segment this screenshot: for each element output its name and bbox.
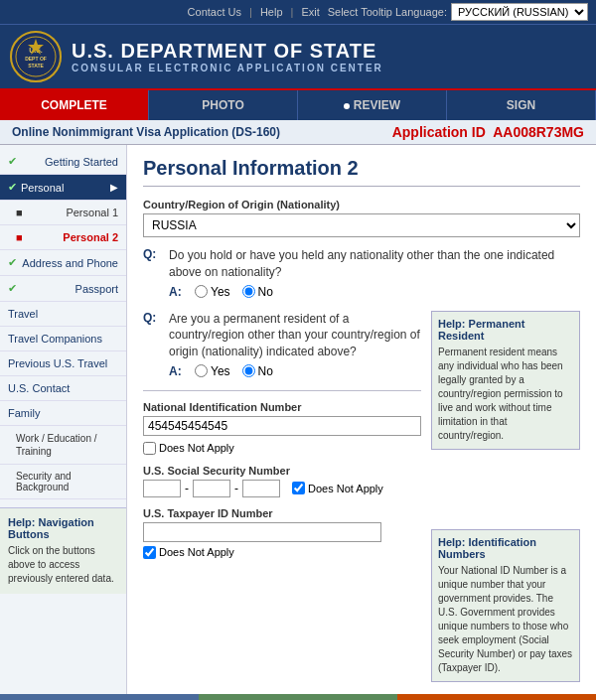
ssn-dash1: - bbox=[185, 482, 189, 495]
q2-no-option[interactable]: No bbox=[242, 364, 273, 378]
sidebar-label-passport: Passport bbox=[75, 283, 118, 295]
q2-yes-radio[interactable] bbox=[195, 364, 208, 377]
ssn-dash2: - bbox=[234, 482, 238, 495]
ssn-input-1[interactable] bbox=[143, 480, 181, 497]
svg-text:STATE: STATE bbox=[28, 63, 44, 69]
ssn-inputs-row: - - Does Not Apply bbox=[143, 480, 421, 497]
sidebar-item-personal[interactable]: ✔ Personal ▶ bbox=[0, 175, 126, 201]
sidebar-label-personal1: Personal 1 bbox=[66, 207, 118, 218]
q1-no-radio[interactable] bbox=[242, 285, 255, 298]
bullet-personal2: ■ bbox=[16, 231, 23, 243]
a1-label: A: bbox=[169, 285, 189, 299]
nationality-select[interactable]: RUSSIA bbox=[143, 213, 580, 237]
help-column: Help: Permanent Resident Permanent resid… bbox=[431, 311, 580, 682]
national-id-input[interactable] bbox=[143, 416, 421, 436]
sidebar-item-address[interactable]: ✔ Address and Phone bbox=[0, 250, 126, 276]
sidebar-item-personal2[interactable]: ■ Personal 2 bbox=[0, 225, 126, 250]
dept-title: U.S. Department of State bbox=[72, 40, 383, 63]
national-id-row: National Identification Number Does Not … bbox=[143, 401, 421, 455]
sidebar-item-work-edu[interactable]: Work / Education / Training bbox=[0, 426, 126, 465]
header: U.S. DEPT OF STATE U.S. Department of St… bbox=[0, 24, 596, 88]
help-pr-text: Permanent resident means any individual … bbox=[438, 346, 573, 443]
lang-label: Select Tooltip Language: bbox=[328, 6, 447, 18]
a1-row: A: Yes No bbox=[143, 285, 580, 299]
ssn-dna-checkbox[interactable] bbox=[292, 482, 305, 494]
help-permanent-resident: Help: Permanent Resident Permanent resid… bbox=[431, 311, 580, 450]
national-id-dna: Does Not Apply bbox=[143, 442, 421, 455]
sidebar-item-personal1[interactable]: ■ Personal 1 bbox=[0, 201, 126, 225]
sidebar-item-security[interactable]: Security and Background bbox=[0, 465, 126, 499]
q2-text: Are you a permanent resident of a countr… bbox=[169, 311, 421, 360]
taxpayer-dna[interactable]: Does Not Apply bbox=[143, 546, 421, 559]
taxpayer-row: U.S. Taxpayer ID Number Does Not Apply bbox=[143, 507, 421, 559]
help-pr-title: Help: Permanent Resident bbox=[438, 318, 573, 342]
tab-review[interactable]: REVIEW bbox=[298, 90, 447, 120]
sidebar-label-family: Family bbox=[8, 407, 40, 419]
next-button[interactable]: Next: Address and Phone ► bbox=[397, 694, 596, 700]
check-icon-personal: ✔ bbox=[8, 181, 17, 194]
q2-label: Q: bbox=[143, 311, 163, 360]
seal-circle: U.S. DEPT OF STATE bbox=[10, 31, 62, 82]
contact-us-link[interactable]: Contact Us bbox=[188, 6, 241, 18]
tab-photo[interactable]: PHOTO bbox=[149, 90, 298, 120]
sidebar-label-personal: Personal bbox=[21, 182, 64, 194]
save-button[interactable]: Save bbox=[199, 694, 397, 700]
back-button[interactable]: ◄ Back: Personal 1 bbox=[0, 694, 199, 700]
taxpayer-label: U.S. Taxpayer ID Number bbox=[143, 507, 421, 519]
divider-id bbox=[143, 390, 421, 391]
a2-label: A: bbox=[169, 364, 189, 378]
sidebar-item-us-contact[interactable]: U.S. Contact bbox=[0, 376, 126, 401]
department-seal: U.S. DEPT OF STATE bbox=[10, 31, 62, 82]
q2-block: Q: Are you a permanent resident of a cou… bbox=[143, 311, 421, 378]
help-id-text: Your National ID Number is a unique numb… bbox=[438, 564, 573, 675]
sidebar-label-address: Address and Phone bbox=[22, 257, 118, 269]
ssn-dna[interactable]: Does Not Apply bbox=[292, 482, 383, 494]
arrow-icon-personal: ▶ bbox=[110, 182, 118, 193]
sidebar-item-travel[interactable]: Travel bbox=[0, 302, 126, 327]
q2-radio-group: Yes No bbox=[195, 364, 273, 378]
q2-no-radio[interactable] bbox=[242, 364, 255, 377]
sidebar-label-us-contact: U.S. Contact bbox=[8, 382, 70, 394]
app-id: Application ID AA008R73MG bbox=[392, 124, 584, 140]
language-dropdown[interactable]: РУССКИЙ (RUSSIAN) bbox=[451, 3, 588, 21]
app-id-label: Application ID bbox=[392, 124, 486, 140]
q1-no-option[interactable]: No bbox=[242, 285, 273, 299]
help-link[interactable]: Help bbox=[260, 6, 283, 18]
q1-radio-group: Yes No bbox=[195, 285, 273, 299]
national-id-dna-label: Does Not Apply bbox=[159, 442, 234, 454]
q2-main-col: Q: Are you a permanent resident of a cou… bbox=[143, 311, 421, 682]
national-id-label: National Identification Number bbox=[143, 401, 421, 413]
sidebar-item-travel-companions[interactable]: Travel Companions bbox=[0, 327, 126, 351]
taxpayer-input[interactable] bbox=[143, 522, 381, 542]
sidebar-item-prev-travel[interactable]: Previous U.S. Travel bbox=[0, 351, 126, 376]
national-id-dna-checkbox[interactable] bbox=[143, 442, 156, 455]
sidebar-label-travel: Travel bbox=[8, 308, 38, 320]
q1-yes-option[interactable]: Yes bbox=[195, 285, 230, 299]
sidebar-item-getting-started[interactable]: ✔ Getting Started bbox=[0, 149, 126, 175]
sidebar-label-getting-started: Getting Started bbox=[45, 156, 118, 168]
app-id-value: AA008R73MG bbox=[493, 124, 584, 140]
nationality-row: Country/Region of Origin (Nationality) R… bbox=[143, 199, 580, 237]
check-icon-passport: ✔ bbox=[8, 282, 17, 295]
q1-no-label: No bbox=[258, 285, 273, 299]
sidebar-label-prev-travel: Previous U.S. Travel bbox=[8, 357, 107, 369]
main-layout: ✔ Getting Started ✔ Personal ▶ ■ Persona… bbox=[0, 145, 596, 694]
page-title: Personal Information 2 bbox=[143, 157, 580, 187]
review-dot bbox=[344, 103, 350, 109]
ssn-input-2[interactable] bbox=[193, 480, 230, 497]
language-selector[interactable]: Select Tooltip Language: РУССКИЙ (RUSSIA… bbox=[328, 3, 588, 21]
ssn-input-3[interactable] bbox=[242, 480, 280, 497]
taxpayer-dna-checkbox[interactable] bbox=[143, 546, 156, 559]
help-id-title: Help: Identification Numbers bbox=[438, 536, 573, 560]
q2-row: Q: Are you a permanent resident of a cou… bbox=[143, 311, 421, 360]
tab-complete[interactable]: COMPLETE bbox=[0, 90, 149, 120]
taxpayer-dna-label: Does Not Apply bbox=[159, 546, 234, 558]
exit-link[interactable]: Exit bbox=[301, 6, 319, 18]
sidebar-item-passport[interactable]: ✔ Passport bbox=[0, 276, 126, 302]
ssn-dna-label: Does Not Apply bbox=[308, 483, 383, 494]
sidebar-item-family[interactable]: Family bbox=[0, 401, 126, 426]
content-area: Personal Information 2 Country/Region of… bbox=[127, 145, 596, 694]
q1-yes-radio[interactable] bbox=[195, 285, 208, 298]
tab-sign[interactable]: SIGN bbox=[447, 90, 596, 120]
q2-yes-option[interactable]: Yes bbox=[195, 364, 230, 378]
